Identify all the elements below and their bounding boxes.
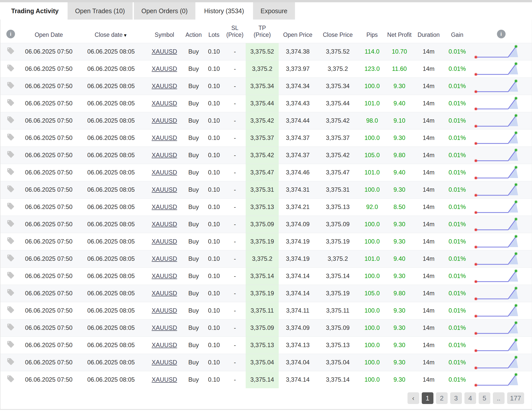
page-button-2[interactable]: 2 [436, 392, 448, 404]
lots-cell: 0.10 [204, 302, 224, 319]
symbol-link[interactable]: XAUUSD [152, 100, 177, 107]
spark-start-dot [475, 91, 477, 93]
symbol-link[interactable]: XAUUSD [152, 376, 177, 383]
trade-sparkline-chart [473, 165, 522, 180]
open-date-cell: 06.06.2025 07:50 [21, 336, 77, 354]
tp-cell: 3,375.09 [246, 319, 279, 336]
gain-cell: 0.01% [444, 285, 471, 302]
tag-icon[interactable] [7, 306, 15, 314]
info-icon[interactable]: i [497, 30, 506, 38]
tag-icon[interactable] [7, 219, 15, 228]
symbol-link[interactable]: XAUUSD [152, 48, 177, 55]
open-date-cell: 06.06.2025 07:50 [21, 95, 77, 112]
duration-cell: 14m [413, 198, 444, 216]
gain-cell: 0.01% [444, 302, 471, 319]
symbol-link[interactable]: XAUUSD [152, 359, 177, 366]
symbol-link[interactable]: XAUUSD [152, 255, 177, 262]
gain-cell: 0.01% [444, 336, 471, 354]
close-price-cell: 3,375.11 [317, 302, 359, 319]
symbol-link[interactable]: XAUUSD [152, 238, 177, 245]
tag-icon[interactable] [7, 323, 15, 331]
symbol-link[interactable]: XAUUSD [152, 324, 177, 331]
symbol-link[interactable]: XAUUSD [152, 342, 177, 348]
tag-icon[interactable] [7, 237, 15, 245]
tab-open-trades[interactable]: Open Trades (10) [68, 2, 133, 20]
tag-icon[interactable] [7, 288, 15, 297]
sl-cell: - [224, 250, 246, 267]
tab-history[interactable]: History (3534) [197, 2, 252, 20]
tag-icon[interactable] [7, 47, 15, 55]
spark-start-dot [475, 73, 477, 76]
symbol-link[interactable]: XAUUSD [152, 307, 177, 314]
tag-icon[interactable] [7, 202, 15, 210]
table-row: 06.06.2025 07:50 06.06.2025 08:05 XAUUSD… [1, 43, 532, 60]
tag-icon[interactable] [7, 185, 15, 193]
symbol-link[interactable]: XAUUSD [152, 221, 177, 228]
column-close-date[interactable]: Close date▼ [77, 20, 145, 43]
spark-end-dot [515, 270, 517, 272]
tp-cell: 3,375.11 [246, 302, 279, 319]
spark-start-dot [475, 177, 477, 179]
symbol-link[interactable]: XAUUSD [152, 186, 177, 193]
tag-icon[interactable] [7, 271, 15, 279]
page-button-1[interactable]: 1 [422, 392, 433, 404]
tag-icon[interactable] [7, 168, 15, 176]
table-header-row: i Open Date Close date▼ Symbol Action Lo… [1, 20, 532, 43]
close-price-cell: 3,375.19 [317, 285, 359, 302]
page-button-5[interactable]: 5 [479, 392, 490, 404]
page-button-..[interactable]: .. [493, 392, 505, 404]
sparkline-cell [471, 285, 532, 302]
tag-icon[interactable] [7, 99, 15, 107]
info-icon[interactable]: i [6, 30, 15, 38]
tag-icon[interactable] [7, 340, 15, 348]
symbol-link[interactable]: XAUUSD [152, 83, 177, 89]
spark-start-dot [475, 332, 477, 335]
symbol-link[interactable]: XAUUSD [152, 203, 177, 210]
symbol-link[interactable]: XAUUSD [152, 272, 177, 279]
spark-end-dot [515, 304, 517, 307]
tag-icon[interactable] [7, 81, 15, 89]
open-price-cell: 3,374.38 [279, 43, 317, 60]
lots-cell: 0.10 [204, 285, 224, 302]
page-button-4[interactable]: 4 [464, 392, 476, 404]
table-row: 06.06.2025 07:50 06.06.2025 08:05 XAUUSD… [1, 60, 532, 77]
tag-icon[interactable] [7, 150, 15, 158]
pips-cell: 100.0 [359, 371, 385, 388]
table-row: 06.06.2025 07:50 06.06.2025 08:05 XAUUSD… [1, 354, 532, 371]
tag-icon[interactable] [7, 64, 15, 72]
pips-cell: 101.0 [359, 95, 385, 112]
tp-cell: 3,375.44 [246, 95, 279, 112]
spark-start-dot [475, 298, 477, 300]
tab-exposure[interactable]: Exposure [253, 2, 295, 20]
trade-sparkline-chart [473, 79, 522, 93]
open-date-cell: 06.06.2025 07:50 [21, 112, 77, 129]
tag-icon[interactable] [7, 358, 15, 366]
symbol-cell: XAUUSD [145, 181, 183, 198]
previous-page-button[interactable]: ‹ [408, 392, 419, 404]
symbol-link[interactable]: XAUUSD [152, 290, 177, 297]
symbol-link[interactable]: XAUUSD [152, 117, 177, 124]
duration-cell: 14m [413, 164, 444, 181]
page-button-3[interactable]: 3 [450, 392, 462, 404]
tag-icon[interactable] [7, 254, 15, 262]
symbol-link[interactable]: XAUUSD [152, 152, 177, 158]
tab-trading-activity[interactable]: Trading Activity [0, 2, 66, 20]
symbol-link[interactable]: XAUUSD [152, 65, 177, 72]
symbol-link[interactable]: XAUUSD [152, 169, 177, 176]
open-date-cell: 06.06.2025 07:50 [21, 43, 77, 60]
symbol-cell: XAUUSD [145, 60, 183, 77]
page-button-177[interactable]: 177 [507, 392, 524, 404]
tag-cell [1, 319, 21, 336]
trade-sparkline-chart [473, 183, 522, 197]
spark-end-dot [515, 218, 517, 220]
action-cell: Buy [183, 147, 204, 164]
tag-icon[interactable] [7, 116, 15, 124]
duration-cell: 14m [413, 354, 444, 371]
tag-icon[interactable] [7, 375, 15, 383]
pips-cell: 101.0 [359, 250, 385, 267]
tab-open-orders[interactable]: Open Orders (0) [134, 2, 195, 20]
tag-icon[interactable] [7, 133, 15, 141]
close-price-cell: 3,375.47 [317, 164, 359, 181]
lots-cell: 0.10 [204, 336, 224, 354]
symbol-link[interactable]: XAUUSD [152, 134, 177, 141]
